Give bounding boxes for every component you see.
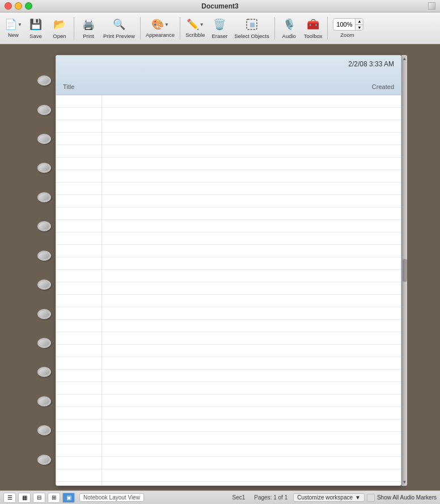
ruled-line xyxy=(56,95,401,108)
ruled-line xyxy=(56,257,401,270)
appearance-label: Appearance xyxy=(146,32,175,38)
print-icon: 🖨️ xyxy=(81,17,96,32)
view-button-3[interactable]: ⊟ xyxy=(33,493,45,503)
title-bar: Document3 xyxy=(0,0,440,12)
ruled-line xyxy=(56,320,401,332)
zoom-down-button[interactable]: ▼ xyxy=(356,25,363,31)
ruled-line xyxy=(56,133,401,145)
scroll-up-arrow[interactable]: ▲ xyxy=(403,56,407,61)
ruled-line xyxy=(56,158,401,170)
toolbar: 📄 ▼ New 💾 Save 📂 Open 🖨️ Print 🔍 Print P… xyxy=(0,12,440,44)
zoom-up-button[interactable]: ▲ xyxy=(356,19,363,25)
toolbox-button[interactable]: 🧰 Toolbox xyxy=(302,14,325,43)
audio-button[interactable]: 🎙️ Audio xyxy=(278,14,301,43)
ruled-line xyxy=(56,469,401,482)
ruled-line xyxy=(56,108,401,120)
new-label: New xyxy=(8,32,19,38)
ruled-lines xyxy=(56,95,401,485)
ruled-line xyxy=(56,407,401,420)
open-icon: 📂 xyxy=(52,17,67,32)
scrollbar[interactable]: ▲ ▼ xyxy=(401,55,407,486)
window-title: Document3 xyxy=(201,2,238,10)
minimize-button[interactable] xyxy=(15,2,22,10)
ring xyxy=(37,134,51,144)
scroll-down-arrow[interactable]: ▼ xyxy=(403,480,407,485)
ruled-line xyxy=(56,370,401,382)
sep3 xyxy=(180,17,180,40)
show-audio-markers-button[interactable]: Show All Audio Markers xyxy=(367,494,437,502)
open-label: Open xyxy=(53,33,66,39)
main-area: ▲ ▼ 2/2/08 3:33 AM Title Created xyxy=(0,44,440,490)
appearance-dropdown-arrow[interactable]: ▼ xyxy=(164,22,169,27)
ruled-line xyxy=(56,195,401,207)
ring xyxy=(37,105,51,115)
eraser-label: Eraser xyxy=(211,33,227,39)
ring xyxy=(37,367,51,377)
ruled-line xyxy=(56,207,401,220)
scribble-dropdown-arrow[interactable]: ▼ xyxy=(200,22,204,27)
ring xyxy=(37,455,51,465)
appearance-button[interactable]: 🎨 ▼ Appearance xyxy=(143,14,177,43)
notebook: ▲ ▼ 2/2/08 3:33 AM Title Created xyxy=(33,55,407,486)
print-preview-label: Print Preview xyxy=(103,33,135,39)
ruled-line xyxy=(56,232,401,245)
print-preview-button[interactable]: 🔍 Print Preview xyxy=(101,14,137,43)
new-dropdown-arrow[interactable]: ▼ xyxy=(18,22,22,27)
new-button[interactable]: 📄 ▼ New xyxy=(3,14,23,43)
ring xyxy=(37,163,51,173)
open-button[interactable]: 📂 Open xyxy=(48,14,71,43)
toolbox-label: Toolbox xyxy=(304,33,323,39)
zoom-stepper[interactable]: ▲ ▼ xyxy=(355,19,363,30)
zoom-input[interactable] xyxy=(333,21,355,28)
zoom-input-group[interactable]: ▲ ▼ xyxy=(333,18,363,31)
ruled-line xyxy=(56,444,401,457)
maximize-button[interactable] xyxy=(25,2,32,10)
ring xyxy=(37,192,51,202)
view-button-2[interactable]: ▦ xyxy=(18,493,31,503)
ruled-line xyxy=(56,457,401,469)
save-icon: 💾 xyxy=(28,17,43,32)
ring xyxy=(37,396,51,406)
zoom-label: Zoom xyxy=(340,32,354,38)
select-objects-button[interactable]: Select Objects xyxy=(232,14,271,43)
ruled-line xyxy=(56,145,401,158)
ruled-area[interactable] xyxy=(56,95,401,485)
view-button-5[interactable]: ▣ xyxy=(62,493,75,503)
appearance-icon: 🎨 xyxy=(151,18,164,31)
sep2 xyxy=(140,17,141,40)
toolbox-icon: 🧰 xyxy=(306,17,320,32)
zoom-control[interactable]: ▲ ▼ Zoom xyxy=(331,14,363,43)
scribble-button[interactable]: ✏️ ▼ Scribble xyxy=(183,14,207,43)
scroll-thumb[interactable] xyxy=(403,259,407,282)
status-section: Sec1 xyxy=(232,494,245,501)
view-button-1[interactable]: ☰ xyxy=(3,493,16,503)
save-button[interactable]: 💾 Save xyxy=(24,14,47,43)
print-preview-icon: 🔍 xyxy=(112,17,126,32)
select-objects-icon xyxy=(244,17,259,32)
page-header: 2/2/08 3:33 AM Title Created xyxy=(56,56,401,95)
customize-workspace-button[interactable]: Customize workspace ▼ xyxy=(293,493,365,502)
audio-marker-icon xyxy=(367,494,375,502)
audio-label: Audio xyxy=(282,33,296,39)
view-button-4[interactable]: ⊞ xyxy=(48,493,60,503)
view-label: Notebook Layout View xyxy=(79,493,144,502)
new-icon: 📄 xyxy=(5,18,17,31)
print-button[interactable]: 🖨️ Print xyxy=(77,14,100,43)
ruled-line xyxy=(56,432,401,444)
notebook-page[interactable]: 2/2/08 3:33 AM Title Created xyxy=(56,55,401,486)
ruled-line xyxy=(56,395,401,407)
col-title: Title xyxy=(63,83,74,90)
ruled-line xyxy=(56,307,401,320)
scribble-icon: ✏️ xyxy=(187,18,199,31)
ruled-line xyxy=(56,357,401,370)
resize-handle[interactable] xyxy=(428,2,435,10)
eraser-icon: 🗑️ xyxy=(212,17,227,32)
close-button[interactable] xyxy=(5,2,12,10)
ruled-line xyxy=(56,282,401,295)
eraser-button[interactable]: 🗑️ Eraser xyxy=(208,14,231,43)
pages-value: 1 of 1 xyxy=(273,494,287,501)
status-pages: Pages: 1 of 1 xyxy=(254,494,287,501)
ruled-line xyxy=(56,183,401,195)
sep5 xyxy=(327,17,328,40)
ring xyxy=(37,251,51,261)
